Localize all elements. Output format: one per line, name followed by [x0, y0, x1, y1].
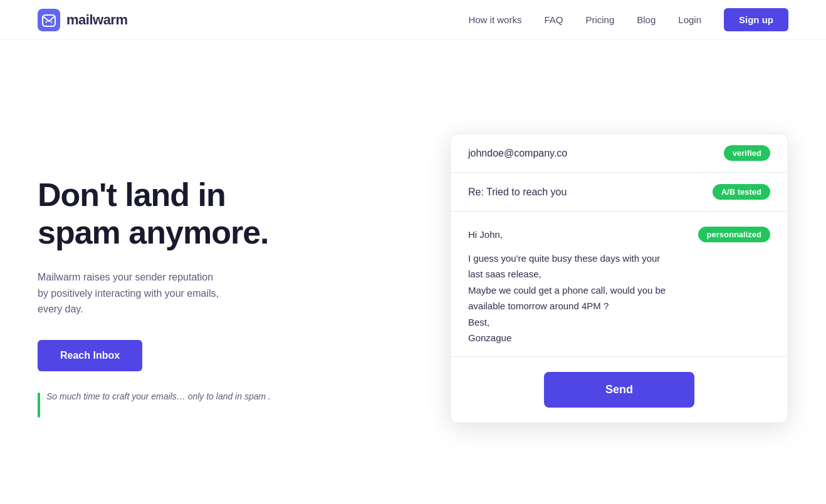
- hero-subtext: Mailwarm raises your sender reputation b…: [38, 269, 226, 317]
- email-body-line3: Maybe we could get a phone call, would y…: [468, 285, 666, 296]
- site-header: mailwarm How it works FAQ Pricing Blog L…: [0, 0, 826, 40]
- main-content: Don't land in spam anymore. Mailwarm rai…: [0, 40, 826, 504]
- email-from-row: johndoe@company.co verified: [451, 134, 788, 173]
- spam-note-text: So much time to craft your emails… only …: [46, 391, 271, 401]
- nav-how-it-works[interactable]: How it works: [468, 14, 521, 25]
- mailwarm-logo-icon: [38, 9, 60, 31]
- verified-badge: verified: [724, 145, 770, 161]
- logo-text: mailwarm: [66, 12, 128, 28]
- spam-note-bar-icon: [38, 393, 40, 418]
- email-body-row: Hi John, I guess you're quite busy these…: [451, 212, 788, 357]
- email-greeting: Hi John,: [468, 227, 698, 243]
- ab-tested-badge: A/B tested: [713, 184, 770, 200]
- hero-headline: Don't land in spam anymore.: [38, 177, 301, 252]
- main-nav: How it works FAQ Pricing Blog Login Sign…: [468, 8, 788, 31]
- signup-button[interactable]: Sign up: [724, 8, 788, 31]
- email-body-text: Hi John, I guess you're quite busy these…: [468, 227, 698, 346]
- email-body-line6: Gonzague: [468, 332, 511, 343]
- nav-blog[interactable]: Blog: [637, 14, 656, 25]
- svg-rect-0: [38, 9, 60, 31]
- email-body-line5: Best,: [468, 317, 489, 327]
- spam-note: So much time to craft your emails… only …: [38, 391, 301, 418]
- email-body-line1: I guess you're quite busy these days wit…: [468, 253, 660, 264]
- send-button[interactable]: Send: [544, 372, 694, 408]
- email-subject-row: Re: Tried to reach you A/B tested: [451, 173, 788, 212]
- nav-login[interactable]: Login: [678, 14, 701, 25]
- email-card: johndoe@company.co verified Re: Tried to…: [450, 133, 788, 423]
- email-body-line4: available tomorrow around 4PM ?: [468, 301, 609, 311]
- hero-section: Don't land in spam anymore. Mailwarm rai…: [38, 139, 301, 417]
- email-body-line2: last saas release,: [468, 269, 541, 279]
- nav-faq[interactable]: FAQ: [544, 14, 563, 25]
- email-card-container: johndoe@company.co verified Re: Tried to…: [450, 133, 788, 423]
- personalized-badge: personnalized: [698, 227, 770, 242]
- email-subject-value: Re: Tried to reach you: [468, 187, 567, 198]
- reach-inbox-button[interactable]: Reach Inbox: [38, 340, 142, 371]
- email-from-value: johndoe@company.co: [468, 148, 567, 159]
- email-body-content: I guess you're quite busy these days wit…: [468, 250, 698, 346]
- nav-pricing[interactable]: Pricing: [585, 14, 614, 25]
- email-send-row: Send: [451, 357, 788, 423]
- logo-link[interactable]: mailwarm: [38, 9, 128, 31]
